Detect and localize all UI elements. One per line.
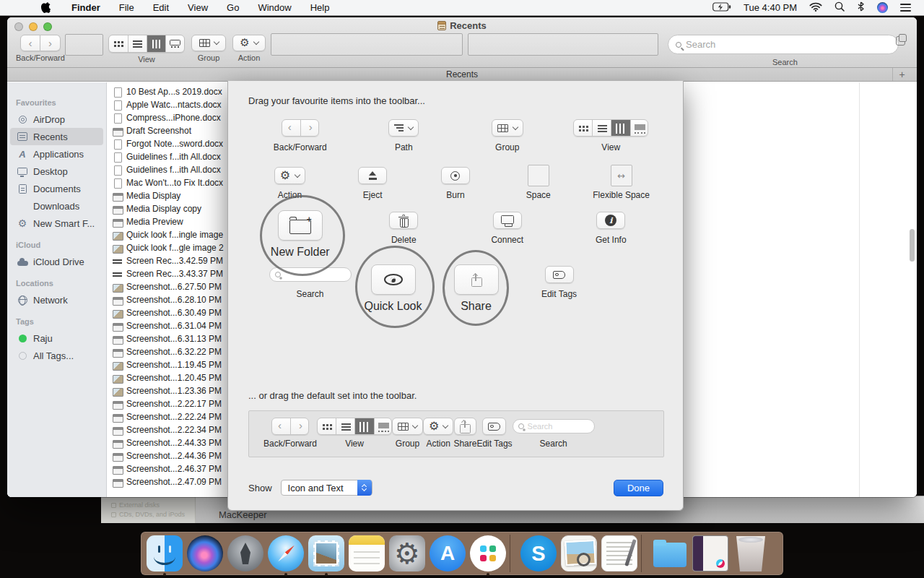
- palette-item[interactable]: Path: [352, 117, 456, 152]
- palette-item-button[interactable]: [454, 264, 499, 295]
- palette-item[interactable]: Share: [435, 264, 518, 313]
- bluetooth-icon[interactable]: [857, 1, 865, 14]
- menu-item[interactable]: Go: [227, 2, 239, 13]
- palette-item-button[interactable]: [278, 210, 323, 241]
- palette-item[interactable]: View: [559, 117, 663, 152]
- default-set-item-button[interactable]: [454, 418, 476, 435]
- file-row[interactable]: Compress...iPhone.docx: [107, 111, 231, 124]
- menu-item[interactable]: Edit: [153, 2, 169, 13]
- palette-item-button[interactable]: [441, 167, 470, 184]
- toolbar-search-field[interactable]: [668, 35, 899, 54]
- menu-item[interactable]: Window: [258, 2, 291, 13]
- dock-item[interactable]: [308, 533, 345, 574]
- dock-item[interactable]: [348, 533, 385, 574]
- file-row[interactable]: Screenshot...2.22.24 PM: [107, 410, 231, 423]
- palette-item-button[interactable]: [573, 119, 648, 137]
- dock-item[interactable]: [186, 533, 224, 574]
- dock-item[interactable]: [429, 533, 466, 574]
- file-row[interactable]: Screenshot...6.31.13 PM: [107, 332, 231, 345]
- action-button[interactable]: ⚙: [232, 35, 266, 51]
- dock-item[interactable]: [388, 533, 426, 574]
- sidebar-item-desktop[interactable]: Desktop: [10, 163, 103, 180]
- file-row[interactable]: Mac Won't...to Fix It.docx: [107, 176, 231, 189]
- palette-item-button[interactable]: [596, 212, 625, 229]
- file-row[interactable]: Guidelines f...ith All.docx: [107, 163, 231, 176]
- palette-item-button[interactable]: [545, 266, 574, 283]
- view-icon-grid[interactable]: [109, 35, 128, 52]
- menu-item[interactable]: View: [188, 2, 208, 13]
- dock-item[interactable]: [469, 533, 507, 574]
- battery-charging-icon[interactable]: [712, 2, 731, 14]
- apple-menu-icon[interactable]: [40, 1, 51, 14]
- palette-item[interactable]: Back/Forward: [248, 117, 352, 152]
- file-row[interactable]: Forgot Note...sword.docx: [107, 137, 231, 150]
- default-set-item-button[interactable]: [317, 418, 392, 435]
- tab-overview-icon[interactable]: [896, 36, 905, 46]
- show-dropdown[interactable]: Icon and Text: [281, 480, 372, 496]
- view-icon-columns[interactable]: [147, 35, 165, 52]
- toolbar-drop-well[interactable]: [468, 33, 658, 56]
- palette-item[interactable]: Burn: [414, 165, 497, 200]
- dock-item[interactable]: [560, 533, 598, 574]
- palette-item[interactable]: Connect: [456, 210, 559, 259]
- palette-item[interactable]: Group: [456, 117, 559, 152]
- palette-item-button[interactable]: [358, 167, 387, 184]
- done-button[interactable]: Done: [614, 480, 663, 496]
- sidebar-item-network[interactable]: Network: [10, 291, 103, 309]
- view-icon-list[interactable]: [128, 35, 147, 52]
- menu-item[interactable]: Finder: [71, 2, 100, 13]
- default-set-item[interactable]: Search: [513, 417, 595, 449]
- default-set-item-button[interactable]: [392, 418, 423, 435]
- file-row[interactable]: Screenshot...2.44.36 PM: [107, 449, 231, 462]
- file-row[interactable]: Screenshot...2.47.09 PM: [107, 475, 231, 488]
- default-set-item[interactable]: Edit Tags: [476, 417, 512, 449]
- palette-item-button[interactable]: [371, 264, 416, 295]
- palette-item-button[interactable]: [492, 119, 523, 137]
- sidebar-item-applications[interactable]: Applications: [10, 145, 103, 163]
- file-row[interactable]: Screenshot...2.22.17 PM: [107, 397, 231, 410]
- palette-item[interactable]: Eject: [331, 165, 414, 200]
- palette-item-button[interactable]: [282, 119, 319, 137]
- menu-item[interactable]: File: [119, 2, 134, 13]
- default-set-item[interactable]: View: [317, 417, 392, 449]
- file-row[interactable]: Screenshot...2.46.37 PM: [107, 462, 231, 475]
- file-row[interactable]: Media Preview: [107, 215, 231, 228]
- sidebar-item-all-tags[interactable]: All Tags...: [10, 347, 103, 364]
- tab-recents[interactable]: Recents: [446, 69, 478, 79]
- back-button[interactable]: ‹: [20, 35, 40, 51]
- file-row[interactable]: Screenshot...2.22.34 PM: [107, 423, 231, 436]
- sidebar-item-new-smart-f[interactable]: New Smart F...: [10, 215, 103, 232]
- default-set-item-button[interactable]: [482, 418, 506, 435]
- file-row[interactable]: Screenshot...6.32.22 PM: [107, 345, 231, 358]
- palette-item[interactable]: Quick Look: [352, 264, 435, 313]
- dock-item[interactable]: [601, 533, 638, 574]
- default-set-item-button[interactable]: [513, 418, 595, 435]
- palette-item-button[interactable]: [389, 212, 418, 229]
- default-set-item[interactable]: Group: [392, 417, 423, 449]
- palette-item-button[interactable]: [524, 167, 553, 184]
- file-row[interactable]: Screenshot...1.23.36 PM: [107, 384, 231, 397]
- default-set-item[interactable]: Share: [453, 417, 476, 449]
- wifi-icon[interactable]: [809, 2, 822, 14]
- palette-item-button[interactable]: [493, 212, 522, 229]
- sidebar-item-airdrop[interactable]: AirDrop: [10, 111, 103, 128]
- forward-button[interactable]: ›: [40, 35, 61, 51]
- file-row[interactable]: Draft Screenshot: [107, 124, 231, 137]
- palette-item[interactable]: Space: [497, 165, 580, 200]
- file-row[interactable]: Quick look f...ingle image: [107, 228, 231, 241]
- dock-item[interactable]: [267, 533, 305, 574]
- window-switcher-icon[interactable]: [900, 4, 911, 12]
- search-input[interactable]: [686, 39, 891, 50]
- default-toolbar-set[interactable]: Back/Forward View Group Action Share: [248, 410, 664, 457]
- menu-bar-clock[interactable]: Tue 4:40 PM: [744, 2, 797, 13]
- menu-item[interactable]: Help: [310, 2, 330, 13]
- sidebar-item-icloud-drive[interactable]: iCloud Drive: [10, 253, 103, 270]
- file-row[interactable]: Screenshot...6.27.50 PM: [107, 280, 231, 293]
- dock-item[interactable]: [641, 533, 648, 574]
- default-set-item[interactable]: Action: [423, 417, 453, 449]
- toolbar-drop-well[interactable]: [65, 34, 103, 56]
- file-row[interactable]: Media Display copy: [107, 202, 231, 215]
- palette-item[interactable]: New Folder: [248, 210, 352, 259]
- file-row[interactable]: Media Display: [107, 189, 231, 202]
- file-row[interactable]: Screenshot...1.20.45 PM: [107, 371, 231, 384]
